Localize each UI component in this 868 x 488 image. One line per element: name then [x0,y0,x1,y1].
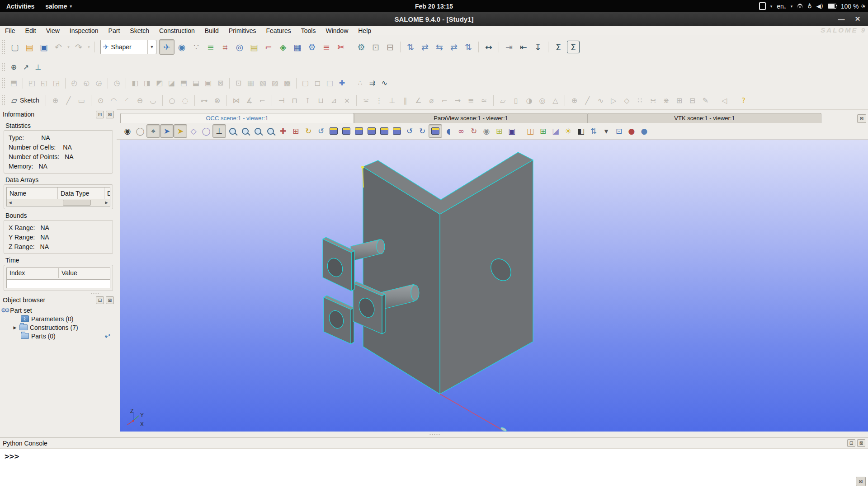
chevron-down-icon[interactable]: ▾ [770,4,773,9]
translation-icon[interactable]: ◴ [68,77,80,89]
export-part-icon[interactable]: ◰ [26,77,38,89]
sketch-rectangle-icon[interactable]: ▭ [75,94,88,107]
chevron-down-icon[interactable]: ▾ [791,4,793,9]
isometric-view-icon[interactable] [429,124,442,138]
scissors-icon[interactable]: ✂ [334,40,348,54]
rotate-left-icon[interactable]: ↺ [403,125,416,137]
export-icon[interactable]: ⇤ [516,40,531,54]
ruler-icon[interactable]: ≡ [319,40,334,54]
new-document-icon[interactable]: ▢ [8,40,22,54]
pin-a-cap[interactable] [377,239,385,254]
cut-icon[interactable]: ◩ [153,77,165,89]
tree-item-constructions[interactable]: ▶ Constructions (7) [0,323,117,332]
toolbar-grip[interactable] [2,95,5,106]
clipping-icon[interactable]: ◪ [549,125,562,137]
menu-sketch[interactable]: Sketch [125,27,154,34]
sketch-angular-copy-icon[interactable]: ∡ [243,94,256,107]
menu-edit[interactable]: Edit [20,27,41,34]
split-icon[interactable]: ⬒ [178,77,190,89]
fuse-icon[interactable]: ◧ [129,77,141,89]
shaper-module-icon[interactable]: ✈ [159,39,175,55]
pin-c-cap[interactable] [411,285,419,300]
tree-item-parts[interactable]: Parts (0) ↩ [0,332,117,340]
arrange-up-icon[interactable]: ⇅ [403,40,418,54]
menu-file[interactable]: File [0,27,20,34]
zoom-icon[interactable] [251,125,264,137]
fillet-icon[interactable]: ▢ [299,77,311,89]
sketch-tangent-arc-icon[interactable]: ◜ [120,94,133,107]
curved-arrow-icon[interactable]: ↩ [103,331,111,341]
tab-paraview-viewer[interactable]: ParaView scene:1 - viewer:1 [354,113,588,123]
column-header[interactable]: Dat [104,188,110,199]
redo-icon[interactable]: ↷ [71,40,86,54]
sketch-equal-icon[interactable]: ≡ [464,94,477,107]
line-3d-icon[interactable]: ╱ [581,94,594,107]
undock-icon[interactable]: ⊡ [96,296,104,304]
bottom-view-icon[interactable] [365,125,378,137]
minimize-button[interactable]: — [835,13,847,25]
menu-inspection[interactable]: Inspection [65,27,104,34]
group-substraction-icon[interactable]: ▨ [269,77,281,89]
normal-plane-icon[interactable]: ⊥ [32,61,44,73]
dump-study-icon[interactable]: ↧ [531,40,545,54]
measure-box-icon[interactable]: ⊞ [537,125,549,137]
geometry-cube-icon[interactable]: ◈ [276,40,290,54]
sketch-middle-point-icon[interactable]: → [451,94,464,107]
undock-icon[interactable]: ⊡ [847,439,855,447]
wifi-icon[interactable] [797,4,803,9]
magnifier-icon[interactable] [264,125,277,137]
scroll-left-icon[interactable]: ◀ [7,201,14,205]
menu-construction[interactable]: Construction [154,27,200,34]
background-icon[interactable]: ◧ [575,125,587,137]
anaglyph-icon[interactable]: ∞ [455,125,467,137]
python-trace-icon[interactable]: ▣ [505,125,518,137]
import-icon[interactable]: ⇥ [502,40,516,54]
undock-icon[interactable]: ⊡ [96,111,104,118]
sketch-button[interactable]: ▱ Sketch [8,94,43,107]
show-trihedron-icon[interactable]: ⊥ [212,124,226,138]
rotate-right-icon[interactable]: ↻ [416,125,429,137]
preferences-gear-icon[interactable]: ⚙ [354,40,368,54]
close-panel-icon[interactable]: ⊠ [106,111,114,118]
cylinder-icon[interactable]: ▯ [509,94,523,107]
sketch-angle-dim-icon[interactable]: ⊿ [327,94,340,107]
column-header[interactable]: Value [59,268,110,278]
copy-icon[interactable]: ⊡ [368,40,383,54]
new-part-icon[interactable]: ⬒ [8,77,20,89]
scroll-right-icon[interactable]: ▶ [103,201,110,205]
cone-icon[interactable]: △ [549,94,562,107]
footprint-icon[interactable]: ∵ [189,40,203,54]
box-icon[interactable]: ▱ [496,94,509,107]
vertex-group-icon[interactable]: ∷ [633,94,646,107]
preselection-icon[interactable]: ➤ [160,124,174,138]
pan-icon[interactable]: ✚ [277,125,289,137]
console-splitter[interactable] [0,432,868,437]
recover-icon[interactable]: ◷ [111,77,123,89]
union-icon[interactable]: ⊠ [214,77,226,89]
sync-views-icon[interactable]: ⊡ [613,125,625,137]
save-part-icon[interactable]: ◲ [50,77,62,89]
left-view-icon[interactable] [378,125,391,137]
help-icon[interactable]: ? [737,94,750,107]
calculator-icon[interactable]: ▤ [247,40,261,54]
sketch-intersection-icon[interactable]: ⊗ [211,94,224,107]
menu-window[interactable]: Window [321,27,353,34]
camera-icon[interactable]: ◉ [480,125,493,137]
sketch-length-icon[interactable]: ⊔ [314,94,327,107]
globe-icon[interactable]: ◎ [232,40,247,54]
microphone-icon[interactable]: ♁ [807,3,812,9]
group-addition-icon[interactable]: ▧ [257,77,269,89]
edge-group-icon[interactable]: ∺ [646,94,660,107]
app-menu[interactable]: ✈ salome ▾ [41,3,76,10]
sum-icon[interactable]: Σ [551,40,566,54]
menu-part[interactable]: Part [104,27,125,34]
sketch-perpendicular-icon[interactable]: ⊥ [386,94,399,107]
ambient-sphere-icon[interactable]: ● [638,125,651,137]
circle-selection-icon[interactable]: ◯ [200,125,212,137]
tree-item-parameters[interactable]: Σ Parameters (0) [0,314,117,323]
polyline-icon[interactable]: ∿ [594,94,607,107]
scaling-dropdown-icon[interactable]: ▾ [600,125,613,137]
symmetry-icon[interactable]: ◶ [93,77,105,89]
sketch-circle-icon[interactable]: ⊙ [94,94,107,107]
defeaturing-icon[interactable]: □ [324,77,336,89]
